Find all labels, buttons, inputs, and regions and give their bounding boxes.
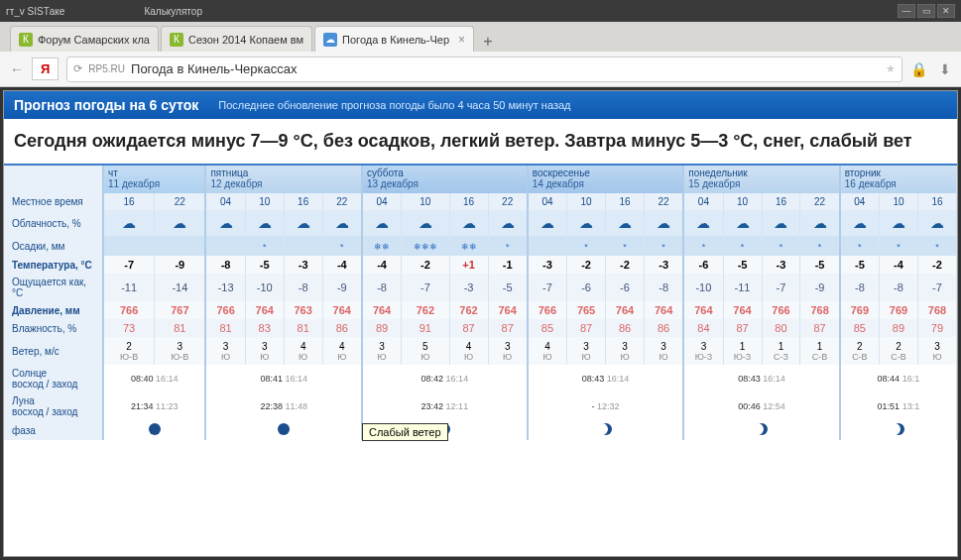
maximize-button[interactable]: ▭ [917, 4, 935, 18]
table-cell: -1 [488, 256, 528, 274]
cloud-icon: ☁ [219, 215, 233, 231]
day-header: понедельник15 декабря [683, 166, 839, 193]
table-cell: 16 [449, 193, 488, 210]
table-cell: 87 [800, 319, 840, 337]
table-cell: -6 [567, 274, 606, 301]
forecast-title: Прогноз погоды на 6 суток [14, 97, 198, 113]
table-cell: 04 [528, 193, 567, 210]
table-cell: -2 [606, 256, 645, 274]
label-feels: Ощущается как, °C [4, 274, 103, 301]
table-cell: 84 [683, 319, 723, 337]
table-cell: -5 [245, 256, 284, 274]
table-cell: * [800, 236, 840, 256]
table-cell: -5 [488, 274, 528, 301]
table-cell: * [245, 236, 284, 256]
table-cell: 764 [683, 301, 723, 319]
table-cell: 10 [245, 193, 284, 210]
table-cell: 764 [322, 301, 362, 319]
table-cell: 764 [245, 301, 284, 319]
cloud-icon: ☁ [657, 215, 670, 231]
table-cell [205, 236, 245, 256]
minimize-button[interactable]: — [898, 4, 915, 18]
table-cell: -8 [840, 274, 880, 301]
table-cell: ☁ [723, 210, 762, 236]
cloud-icon: ☁ [297, 215, 310, 231]
table-cell: ☁ [528, 210, 567, 236]
table-cell: 08:43 16:14 [683, 365, 839, 392]
table-cell: 79 [917, 319, 956, 337]
table-cell: -2 [567, 256, 606, 274]
table-cell: 762 [402, 301, 449, 319]
table-cell: -3 [528, 256, 567, 274]
cloud-icon: ☁ [258, 215, 272, 231]
close-button[interactable]: ✕ [937, 4, 955, 18]
table-cell [103, 420, 205, 440]
table-cell: 762 [449, 301, 488, 319]
browser-tab[interactable]: КСезон 2014 Копаем вм [161, 26, 312, 52]
table-cell: 21:34 11:23 [103, 392, 205, 420]
table-cell: 08:44 16:1 [840, 365, 957, 392]
table-cell: 10 [880, 193, 918, 210]
reload-icon[interactable]: ⟳ [73, 62, 82, 75]
cloud-icon: ☁ [462, 215, 476, 231]
table-cell: 87 [449, 319, 488, 337]
table-cell: 22 [644, 193, 683, 210]
table-cell: -5 [840, 256, 880, 274]
download-icon[interactable]: ⬇ [939, 61, 951, 77]
table-cell: -10 [683, 274, 723, 301]
back-button[interactable]: ← [10, 61, 24, 77]
table-cell: * [488, 236, 528, 256]
table-cell: -7 [528, 274, 567, 301]
table-cell: 4Ю [284, 337, 322, 365]
browser-tab[interactable]: ☁Погода в Кинель-Чер× [314, 26, 474, 52]
table-cell: -14 [155, 274, 206, 301]
table-cell: ☁ [880, 210, 918, 236]
table-cell: -2 [917, 256, 956, 274]
table-time-row: Местное время 16220410162204101622041016… [4, 193, 957, 210]
table-cell: 01:51 13:1 [840, 392, 957, 420]
table-cell: 73 [103, 319, 155, 337]
taskbar-item-2[interactable]: Калькулятор [144, 6, 202, 17]
tab-favicon: К [170, 33, 183, 47]
table-cell: -9 [322, 274, 362, 301]
url-input[interactable]: ⟳ RP5.RU Погода в Кинель-Черкассах ★ [66, 56, 902, 82]
table-cell: ☁ [362, 210, 402, 236]
cloud-icon: ☁ [335, 215, 349, 231]
table-cell: ❄❄❄ [402, 236, 449, 256]
moon-phase-icon [893, 423, 904, 435]
table-cell: 3Ю [205, 337, 245, 365]
table-cell: -3 [284, 256, 322, 274]
moon-phase-icon [756, 423, 768, 435]
table-cell: 08:43 16:14 [528, 365, 683, 392]
table-cell: 3Ю-В [155, 337, 206, 365]
address-bar: ← Я ⟳ RP5.RU Погода в Кинель-Черкассах ★… [0, 52, 961, 87]
table-cell: 83 [245, 319, 284, 337]
table-cell: 764 [723, 301, 762, 319]
new-tab-button[interactable]: + [476, 32, 500, 52]
table-cell: 764 [362, 301, 402, 319]
label-phase: фаза [4, 420, 103, 440]
taskbar-item-1[interactable]: гт_v SISTаке [6, 6, 64, 17]
table-pressure-row: Давление, мм 766767766764763764764762762… [4, 301, 957, 319]
bookmark-icon[interactable]: ★ [886, 62, 896, 75]
url-domain: RP5.RU [88, 63, 125, 74]
table-cell: 89 [362, 319, 402, 337]
table-cell: 3Ю-З [683, 337, 723, 365]
extension-icon[interactable]: 🔒 [910, 61, 927, 77]
table-cell: 16 [606, 193, 645, 210]
table-cell: -8 [205, 256, 245, 274]
table-cell: ☁ [155, 210, 206, 236]
table-cell: * [322, 236, 362, 256]
table-cell: -6 [606, 274, 645, 301]
label-moon: Луна восход / заход [4, 392, 103, 420]
table-cell: -7 [762, 274, 800, 301]
table-cell: 08:41 16:14 [205, 365, 361, 392]
table-cell: * [917, 236, 956, 256]
tab-close-icon[interactable]: × [458, 33, 465, 47]
table-cell: -5 [723, 256, 762, 274]
yandex-button[interactable]: Я [32, 57, 59, 80]
table-cell: -6 [683, 256, 723, 274]
browser-tab[interactable]: КФорум Самарских кла [10, 26, 159, 52]
table-cell: -7 [402, 274, 449, 301]
table-phase-row: фаза [4, 420, 957, 440]
